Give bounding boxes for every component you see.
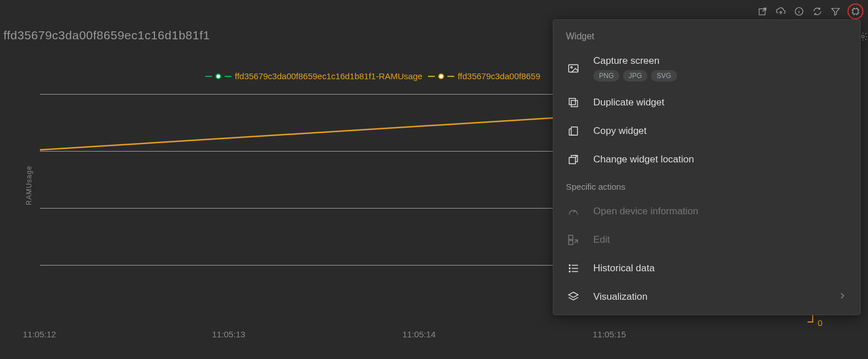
menu-open-device-info: Open device information [553,197,860,226]
x-tick-3: 11:05:15 [593,329,626,339]
menu-edit-label: Edit [593,234,847,246]
widget-toolbar [756,3,863,19]
menu-visualization-label: Visualization [593,291,825,303]
menu-duplicate-widget[interactable]: Duplicate widget [553,88,860,117]
x-tick-1: 11:05:13 [212,329,245,339]
chart-series-line [40,117,553,151]
badge-svg[interactable]: SVG [651,70,677,81]
menu-change-location-label: Change widget location [593,154,847,165]
menu-section-specific: Specific actions [553,174,860,197]
widget-menu-icon[interactable] [847,3,863,19]
svg-line-4 [40,118,553,150]
layers-icon [566,289,581,304]
legend-line-2-icon [428,76,435,77]
menu-copy-label: Copy widget [593,125,847,137]
panel-title: ffd35679c3da00f8659ec1c16d1b81f1 [3,28,210,42]
svg-rect-2 [853,9,858,14]
svg-rect-12 [569,240,573,244]
menu-capture-screen[interactable]: Capture screen PNG JPG SVG [553,48,860,88]
legend-line-2b-icon [447,76,454,77]
copy-icon [566,124,581,138]
refresh-icon[interactable] [811,5,824,18]
svg-rect-11 [569,235,573,239]
badge-png[interactable]: PNG [593,70,620,81]
info-icon[interactable] [793,5,805,18]
menu-historical-data[interactable]: Historical data [553,254,860,283]
chevron-right-icon [837,291,847,304]
gauge-icon [566,204,581,219]
menu-duplicate-label: Duplicate widget [593,97,847,108]
menu-change-location[interactable]: Change widget location [553,145,860,174]
legend-label-2[interactable]: ffd35679c3da00f8659 [458,71,540,81]
menu-historical-label: Historical data [593,263,847,274]
svg-point-6 [570,67,572,68]
menu-open-device-label: Open device information [593,206,847,217]
menu-visualization[interactable]: Visualization [553,283,860,311]
svg-rect-7 [571,100,577,107]
chart-legend: ffd35679c3da00f8659ec1c16d1b81f1-RAMUsag… [205,71,540,81]
legend-marker-1-icon [215,74,221,79]
svg-point-13 [569,265,570,266]
badge-jpg[interactable]: JPG [623,70,647,81]
duplicate-icon [566,95,581,110]
legend-line-1b-icon [225,76,231,77]
upload-cloud-icon[interactable] [775,5,787,18]
legend-label-1[interactable]: ffd35679c3da00f8659ec1c16d1b81f1-RAMUsag… [235,71,422,81]
menu-copy-widget[interactable]: Copy widget [553,117,860,145]
svg-rect-10 [569,157,576,164]
filter-icon[interactable] [829,5,842,18]
image-icon [566,61,581,76]
svg-point-14 [569,268,570,269]
menu-section-widget: Widget [553,29,860,48]
x-tick-0: 11:05:12 [23,329,56,339]
svg-rect-8 [569,99,576,105]
menu-capture-label: Capture screen [593,55,847,67]
legend-line-1-icon [205,76,212,77]
legend-marker-2-icon [438,74,444,79]
right-axis-value: 0 [818,318,822,328]
svg-point-15 [569,271,570,272]
menu-edit: Edit [553,226,860,254]
share-icon[interactable] [756,5,769,18]
y-axis-label: RAMUsage [25,166,33,205]
svg-rect-9 [571,127,577,136]
list-icon [566,261,581,276]
widget-context-menu: Widget Capture screen PNG JPG SVG Duplic… [553,19,861,315]
x-tick-2: 11:05:14 [402,329,435,339]
move-icon [566,152,581,167]
svg-point-3 [862,35,865,38]
edit-layout-icon [566,232,581,247]
